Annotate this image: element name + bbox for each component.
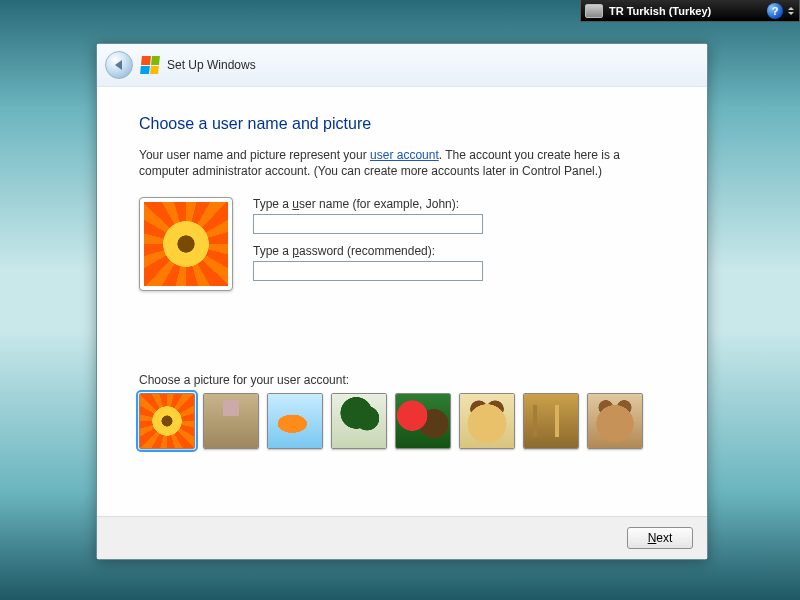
avatar-option-bonsai[interactable]	[331, 393, 387, 449]
windows-logo-icon	[140, 56, 160, 74]
language-label[interactable]: TR Turkish (Turkey)	[609, 5, 763, 17]
content-area: Choose a user name and picture Your user…	[97, 87, 707, 516]
keyboard-icon	[585, 4, 603, 18]
avatar-option-kitten[interactable]	[587, 393, 643, 449]
next-button[interactable]: Next	[627, 527, 693, 549]
help-icon[interactable]: ?	[767, 3, 783, 19]
avatar-option-robot[interactable]	[203, 393, 259, 449]
picture-picker-label: Choose a picture for your user account:	[139, 373, 665, 387]
username-label: Type a user name (for example, John):	[253, 197, 665, 211]
setup-window: Set Up Windows Choose a user name and pi…	[96, 43, 708, 560]
page-heading: Choose a user name and picture	[139, 115, 665, 133]
intro-text-before: Your user name and picture represent you…	[139, 148, 370, 162]
password-label: Type a password (recommended):	[253, 244, 665, 258]
back-button[interactable]	[105, 51, 133, 79]
avatar-option-flower[interactable]	[139, 393, 195, 449]
language-bar[interactable]: TR Turkish (Turkey) ?	[580, 0, 800, 22]
picture-picker	[139, 393, 665, 449]
titlebar: Set Up Windows	[97, 44, 707, 87]
user-account-link[interactable]: user account	[370, 148, 439, 162]
intro-text: Your user name and picture represent you…	[139, 147, 665, 179]
language-bar-options[interactable]	[787, 7, 795, 15]
window-title: Set Up Windows	[167, 58, 256, 72]
avatar-option-chess[interactable]	[523, 393, 579, 449]
footer-bar: Next	[97, 516, 707, 559]
avatar-option-balls[interactable]	[395, 393, 451, 449]
avatar-option-puppy[interactable]	[459, 393, 515, 449]
selected-avatar-preview	[139, 197, 233, 291]
avatar-option-fish[interactable]	[267, 393, 323, 449]
password-input[interactable]	[253, 261, 483, 281]
flower-icon	[144, 202, 228, 286]
username-input[interactable]	[253, 214, 483, 234]
